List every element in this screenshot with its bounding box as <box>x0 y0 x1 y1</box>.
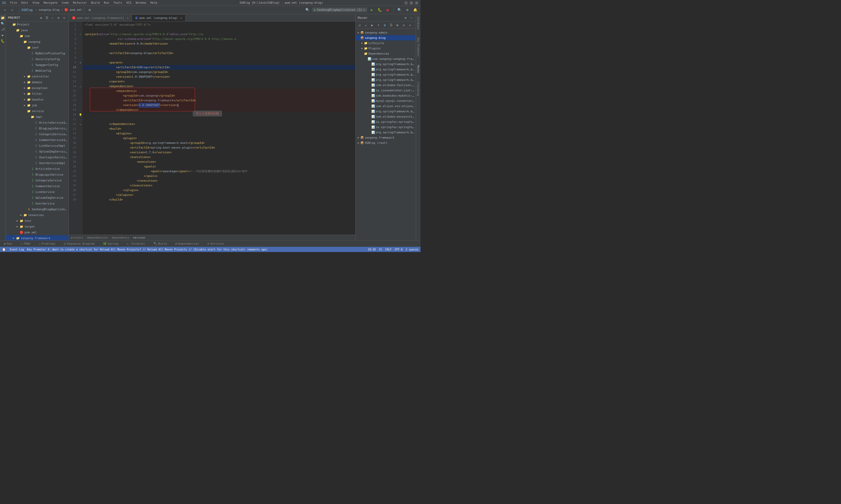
maven-item-aliyun-oss[interactable]: 📊 com.aliyun.oss:aliyun-sdk-oss:3.10.2 <box>356 104 416 109</box>
tree-item-service[interactable]: 📁 service <box>6 108 69 114</box>
menu-help[interactable]: Help <box>149 1 158 5</box>
close-button[interactable]: ✕ <box>415 1 418 5</box>
tree-item-application[interactable]: A SanGengBlogApplication <box>6 206 69 212</box>
tree-item-com[interactable]: 📁 com <box>6 33 69 39</box>
tree-item-controller[interactable]: 📁 controller <box>6 73 69 79</box>
maven-item-plugins[interactable]: 📁 Plugins <box>356 46 416 51</box>
maven-item-dependencies[interactable]: 📁 Dependencies <box>356 51 416 56</box>
maven-item-spring-quartz[interactable]: 📊 org.springframework.boot:spring-boot-s… <box>356 130 416 135</box>
menu-window[interactable]: Window <box>135 1 147 5</box>
maven-item-jjwt[interactable]: 📊 io.jsonwebtoken:jjwt:0.9.0 <box>356 88 416 93</box>
sidebar-close-icon[interactable]: ✕ <box>62 16 67 20</box>
tree-item-pom-blog[interactable]: 🔴 pom.xml <box>6 230 69 235</box>
tree-item-articleservice[interactable]: I ArticleService <box>6 166 69 172</box>
bottom-tab-build[interactable]: 🔨 Build <box>151 241 169 247</box>
debug-button[interactable]: 🐛 <box>377 7 383 13</box>
tree-item-swagger[interactable]: C SwaggerConfig <box>6 62 69 68</box>
tree-item-uploadimgserviceimpl[interactable]: C UploadImgServiceImpl <box>6 148 69 154</box>
tab-pom-framework-close[interactable]: ✕ <box>127 16 129 20</box>
tree-item-impl[interactable]: 📁 impl <box>6 114 69 120</box>
bottom-tab-spring[interactable]: 🌿 Spring <box>101 241 120 247</box>
maven-item-mysql[interactable]: 📊 mysql:mysql-connector-java:8.0.25 <box>356 98 416 104</box>
maven-list-button[interactable]: ☰ <box>388 22 394 28</box>
maven-item-easyexcel[interactable]: 📊 com.alibaba:easyexcel:3.0.5 <box>356 114 416 119</box>
tree-item-linkservice[interactable]: I LinkService <box>6 189 69 195</box>
tree-item-mybatisplus[interactable]: C MyBatisPlusConfig <box>6 50 69 56</box>
sidebar-layout-icon[interactable]: ☰ <box>45 16 49 20</box>
tree-item-handler[interactable]: 📁 handler <box>6 96 69 102</box>
run-config-selector[interactable]: ▶ SanGengBlogApplication (1) ▾ <box>312 7 367 12</box>
tree-item-java[interactable]: 📁 java <box>6 27 69 33</box>
tree-item-categoryservice[interactable]: I CategoryService <box>6 177 69 183</box>
maven-item-spring-redis[interactable]: 📊 org.springframework.boot:spring-boot-s… <box>356 77 416 83</box>
activity-database[interactable]: Database <box>416 15 420 31</box>
maven-item-spring-aop[interactable]: 📊 org.springframework.boot:spring-boot-s… <box>356 109 416 114</box>
tree-item-uploadimgservice[interactable]: I UploadImgService <box>6 195 69 201</box>
maven-item-mybatis-plus[interactable]: 📊 com.baomidou:mybatis-plus-boot-starter… <box>356 93 416 98</box>
maven-item-spring-test[interactable]: 📊 org.springframework.boot:spring-boot-s… <box>356 67 416 72</box>
maximize-button[interactable]: □ <box>410 1 413 5</box>
menu-navigate[interactable]: Navigate <box>42 1 58 5</box>
breadcrumb-version[interactable]: version <box>133 236 145 239</box>
menu-run[interactable]: Run <box>103 1 110 5</box>
gear-button[interactable]: ⚙ <box>404 7 411 13</box>
status-encoding[interactable]: UTF-8 <box>395 248 402 251</box>
tree-item-commentservice[interactable]: I CommentService <box>6 183 69 189</box>
stop-button[interactable]: ■ <box>384 7 391 13</box>
maven-grid-button[interactable]: ⊞ <box>394 22 400 28</box>
activity-find[interactable]: 🔍 <box>0 21 5 26</box>
maven-reload-button[interactable]: ↺ <box>357 22 362 28</box>
tree-item-categoryserviceimpl[interactable]: C CategoryServiceImpl <box>6 131 69 137</box>
forward-button[interactable]: → <box>9 7 15 13</box>
maven-minimize-icon[interactable]: — <box>409 16 414 20</box>
tab-pom-blog-close[interactable]: ✕ <box>180 16 182 20</box>
bottom-tab-services[interactable]: ⚙ Services <box>205 241 226 247</box>
breadcrumb-dependencies[interactable]: dependencies <box>87 236 108 239</box>
tree-item-test[interactable]: 📁 test <box>6 218 69 224</box>
activity-project[interactable]: 📁 <box>0 15 5 20</box>
bottom-tab-dependencies[interactable]: ⊞ Dependencies <box>173 241 201 247</box>
bottom-tab-todo[interactable]: ☑ TODO <box>19 241 33 247</box>
breadcrumb-project[interactable]: project <box>71 236 83 239</box>
tree-item-userservice[interactable]: I UserService <box>6 201 69 206</box>
maven-item-springfox-swagger2[interactable]: 📊 io.springfox:springfox-swagger2:2.9.2 <box>356 119 416 124</box>
settings-button[interactable]: ⚙ <box>86 7 93 13</box>
menu-build[interactable]: Build <box>90 1 101 5</box>
menu-tools[interactable]: Tools <box>112 1 123 5</box>
tree-item-job[interactable]: 📁 job <box>6 102 69 108</box>
sidebar-settings-icon[interactable]: ⚙ <box>39 16 44 20</box>
bottom-tab-problems[interactable]: ⚠ Problems <box>37 241 58 247</box>
tree-item-domain[interactable]: 📁 domain <box>6 79 69 85</box>
search-button[interactable]: 🔍 <box>304 7 311 13</box>
tree-item-linkserviceimpl[interactable]: C LinkServiceImpl <box>6 143 69 148</box>
maven-settings-icon[interactable]: ⚙ <box>403 16 408 20</box>
maven-item-lifecycle[interactable]: 📁 Lifecycle <box>356 40 416 46</box>
maven-item-spring-security[interactable]: 📊 org.springframework.boot:spring-boot-s… <box>356 72 416 77</box>
activity-vcs[interactable]: ⎇ <box>0 27 5 32</box>
activity-classdiag[interactable]: classdiag <box>416 80 420 97</box>
tree-item-commentserviceimpl[interactable]: C CommentServiceImpl <box>6 137 69 143</box>
tree-item-blogloginservice[interactable]: I BlogLoginService <box>6 172 69 177</box>
tree-item-articleserviceimpl[interactable]: C ArticleServiceImpl <box>6 120 69 125</box>
minimize-button[interactable]: — <box>404 1 408 5</box>
bottom-tab-terminal[interactable]: >_ Terminal <box>124 241 147 247</box>
back-button[interactable]: ← <box>2 7 8 13</box>
run-button[interactable]: ▶ <box>369 7 375 13</box>
maven-collapse-button[interactable]: « <box>407 22 413 28</box>
tree-item-conf[interactable]: 📁 conf <box>6 44 69 50</box>
menu-refactor[interactable]: Refactor <box>72 1 88 5</box>
breadcrumb-dependency[interactable]: dependency <box>112 236 129 239</box>
maven-item-sgblog[interactable]: 📦 SGBlog (root) <box>356 140 416 145</box>
sidebar-collapse-icon[interactable]: — <box>50 16 55 20</box>
tree-item-security[interactable]: C SecurityConfig <box>6 56 69 62</box>
tree-item-userloginserviceimpl[interactable]: C UserLoginServiceImpl <box>6 154 69 160</box>
bottom-tab-sequence[interactable]: ⊡ Sequence Diagram <box>62 241 97 247</box>
tree-item-blogloginserviceimpl[interactable]: C BlogLoginServiceImpl <box>6 125 69 131</box>
activity-key-promoter[interactable]: Key Promoter <box>416 36 420 58</box>
maven-item-springfox-swagger-ui[interactable]: 📊 io.springfox:springfox-swagger-ui:2.9.… <box>356 124 416 130</box>
tree-item-filter[interactable]: 📁 filter <box>6 91 69 96</box>
status-indent[interactable]: 2 spaces <box>406 248 418 251</box>
activity-debug[interactable]: 🐛 <box>0 38 5 43</box>
tab-pom-framework[interactable]: 🔴 pom.xml (sangeng-framework) ✕ <box>69 15 132 21</box>
tree-item-userserviceimpl[interactable]: C UserServiceImpl <box>6 160 69 166</box>
